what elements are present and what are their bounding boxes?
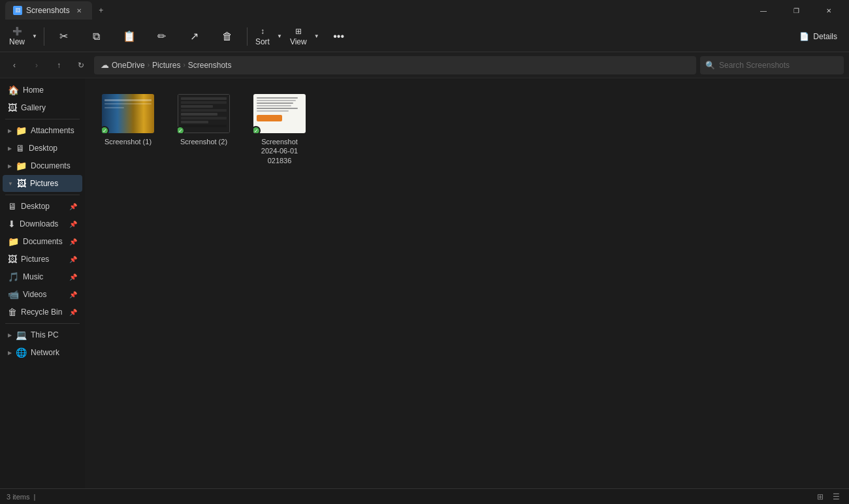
breadcrumb-onedrive[interactable]: ☁ OneDrive [101,60,145,70]
more-icon: ••• [333,31,344,42]
breadcrumb[interactable]: ☁ OneDrive › Pictures › Screenshots [94,56,696,74]
forward-button[interactable]: › [27,56,46,74]
up-button[interactable]: ↑ [50,56,68,74]
copy-button[interactable]: ⧉ [81,24,112,50]
new-tab-button[interactable]: + [92,1,110,20]
attachments-icon: 📁 [16,125,27,136]
pin-icon-documents: 📌 [69,238,77,245]
paste-button[interactable]: 📋 [114,24,145,50]
list-view-button[interactable]: ☰ [829,490,842,503]
search-icon: 🔍 [705,61,715,70]
sidebar-music-label: Music [23,272,43,281]
sidebar: 🏠 Home 🖼 Gallery ▶ 📁 Attachments ▶ 🖥 Des… [0,78,85,488]
breadcrumb-onedrive-label: OneDrive [112,61,145,70]
cut-button[interactable]: ✂ [48,24,80,50]
sync-badge-1: ✓ [102,126,109,133]
sidebar-divider-1 [5,119,80,119]
file-item-screenshot-doc[interactable]: ✓ Screenshot 2024-06-01 021836 [247,89,312,170]
sidebar-item-desktop-pinned[interactable]: 🖥 Desktop 📌 [3,198,82,215]
more-button[interactable]: ••• [323,24,355,50]
file-item-screenshot1[interactable]: ✓ Screenshot (1) [95,89,161,170]
pin-icon-pictures: 📌 [69,256,77,263]
tab-close-button[interactable]: ✕ [74,5,84,16]
view-button-main: ⊞ View [286,24,311,49]
videos-icon: 📹 [8,289,19,300]
sidebar-item-home[interactable]: 🏠 Home [3,82,82,99]
file-content: ✓ Screenshot (1) [85,78,849,488]
file-thumb-screenshot-doc: ✓ [253,94,306,133]
sidebar-item-attachments[interactable]: ▶ 📁 Attachments [3,122,82,139]
sidebar-item-recycle-bin[interactable]: 🗑 Recycle Bin 📌 [3,304,82,321]
sort-button[interactable]: ↕ Sort ▼ [251,24,285,50]
sidebar-documents-tree-label: Documents [31,161,71,170]
maximize-button[interactable]: ❐ [781,0,811,21]
expand-arrow-documents: ▶ [8,163,12,169]
details-icon: 📄 [799,32,809,41]
view-button[interactable]: ⊞ View ▼ [286,24,322,50]
sort-label: Sort [255,37,270,46]
breadcrumb-pictures[interactable]: Pictures [152,61,180,70]
sidebar-item-pictures[interactable]: ▼ 🖼 Pictures [3,175,82,192]
sidebar-item-network[interactable]: ▶ 🌐 Network [3,344,82,361]
expand-arrow-attachments: ▶ [8,128,12,134]
pin-icon-desktop: 📌 [69,203,77,210]
sidebar-this-pc-label: This PC [31,330,59,339]
share-button[interactable]: ↗ [179,24,210,50]
sidebar-item-pictures-pinned[interactable]: 🖼 Pictures 📌 [3,251,82,268]
file-name-screenshot1: Screenshot (1) [104,137,152,146]
search-input[interactable] [719,61,839,70]
details-button[interactable]: 📄 Details [793,29,844,44]
search-bar[interactable]: 🔍 [700,56,844,74]
status-separator: | [33,493,35,501]
rename-button[interactable]: ✏ [146,24,178,50]
sort-arrow-icon: ▼ [274,24,285,50]
home-icon: 🏠 [8,85,19,95]
breadcrumb-screenshots[interactable]: Screenshots [188,61,232,70]
sidebar-gallery-label: Gallery [21,103,46,112]
title-bar: 🖼 Screenshots ✕ + — ❐ ✕ [0,0,849,21]
sidebar-item-documents[interactable]: ▶ 📁 Documents [3,157,82,174]
sidebar-item-music[interactable]: 🎵 Music 📌 [3,268,82,285]
gallery-icon: 🖼 [8,102,17,113]
sidebar-documents-pinned-label: Documents [23,237,63,246]
rename-icon: ✏ [157,30,166,42]
sidebar-attachments-label: Attachments [31,126,74,135]
view-toggle: ⊞ ☰ [814,490,842,503]
close-button[interactable]: ✕ [814,0,844,21]
new-button-main: ➕ New [5,24,29,49]
back-button[interactable]: ‹ [5,56,24,74]
sidebar-item-downloads[interactable]: ⬇ Downloads 📌 [3,215,82,232]
grid-view-button[interactable]: ⊞ [814,490,827,503]
file-grid: ✓ Screenshot (1) [95,89,312,170]
sidebar-pictures-pinned-label: Pictures [21,255,49,264]
sidebar-recycle-bin-label: Recycle Bin [21,307,62,317]
breadcrumb-sep-2: › [183,61,185,69]
active-tab[interactable]: 🖼 Screenshots ✕ [5,1,92,20]
file-item-screenshot2[interactable]: ✓ Screenshot (2) [171,89,236,170]
documents-pinned-icon: 📁 [8,236,19,247]
status-bar: 3 items | ⊞ ☰ [0,488,849,504]
item-count: 3 items [7,493,29,501]
sidebar-item-documents-pinned[interactable]: 📁 Documents 📌 [3,233,82,250]
sidebar-item-this-pc[interactable]: ▶ 💻 This PC [3,326,82,343]
new-icon: ➕ [12,27,22,36]
toolbar: ➕ New ▼ ✂ ⧉ 📋 ✏ ↗ 🗑 ↕ Sort ▼ ⊞ View ▼ [0,21,849,52]
downloads-icon: ⬇ [8,219,16,229]
expand-arrow-pictures: ▼ [8,181,13,187]
expand-arrow-network: ▶ [8,350,12,356]
sidebar-item-gallery[interactable]: 🖼 Gallery [3,99,82,116]
separator-1 [44,27,44,46]
sidebar-item-videos[interactable]: 📹 Videos 📌 [3,286,82,303]
sidebar-home-label: Home [23,86,44,95]
new-button[interactable]: ➕ New ▼ [5,24,40,50]
refresh-button[interactable]: ↻ [72,56,90,74]
minimize-button[interactable]: — [748,0,778,21]
delete-button[interactable]: 🗑 [212,24,243,50]
documents-tree-icon: 📁 [16,161,27,171]
breadcrumb-screenshots-label: Screenshots [188,61,232,70]
music-icon: 🎵 [8,272,19,282]
sidebar-network-label: Network [31,348,59,357]
sidebar-item-desktop[interactable]: ▶ 🖥 Desktop [3,140,82,157]
delete-icon: 🗑 [222,31,232,42]
details-label: Details [813,32,837,41]
